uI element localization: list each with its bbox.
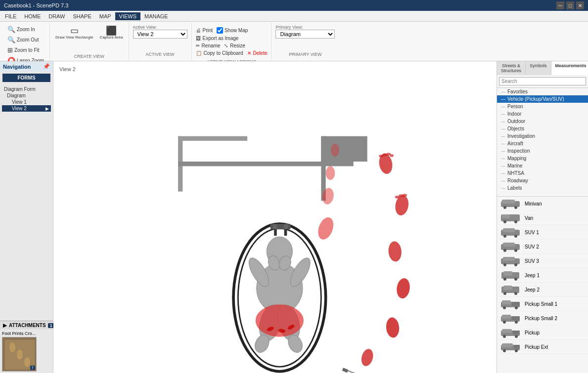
svg-point-90 <box>503 321 506 324</box>
svg-point-69 <box>514 249 517 252</box>
draw-view-rectangle-button[interactable]: ▭ Draw View Rectangle <box>53 25 95 41</box>
category-labels[interactable]: — Labels <box>497 184 588 192</box>
close-button[interactable]: ✕ <box>576 1 584 9</box>
create-view-buttons: ▭ Draw View Rectangle ⬛ Capture Area <box>53 23 125 53</box>
symbol-jeep2-label: Jeep 2 <box>525 287 540 292</box>
search-input[interactable] <box>499 77 586 85</box>
category-roadway[interactable]: — Roadway <box>497 177 588 184</box>
svg-point-81 <box>514 292 517 295</box>
capture-area-button[interactable]: ⬛ Capture Area <box>97 25 125 41</box>
svg-point-91 <box>515 321 518 324</box>
attachment-thumbnail[interactable]: 7 <box>2 337 37 372</box>
suv1-icon <box>500 227 521 238</box>
zoom-in-button[interactable]: 🔍 Zoom In <box>5 25 46 34</box>
category-objects[interactable]: — Objects <box>497 125 588 132</box>
menu-map[interactable]: MAP <box>95 12 115 20</box>
pickup-ext-icon <box>500 341 521 352</box>
category-inspection-label: Inspection <box>507 148 530 154</box>
menu-bar: FILE HOME DRAW SHAPE MAP VIEWS MANAGE <box>0 11 588 22</box>
tree-view2[interactable]: View 2 ▶ <box>2 105 51 112</box>
tree-diagram-form[interactable]: Diagram Form <box>2 86 51 92</box>
menu-views[interactable]: VIEWS <box>115 12 140 20</box>
nav-pin-icon[interactable]: 📌 <box>43 63 50 70</box>
suv2-icon <box>500 241 521 252</box>
svg-point-18 <box>284 224 288 229</box>
tab-streets-structures[interactable]: Streets & Structures <box>497 61 526 75</box>
symbol-jeep1[interactable]: Jeep 1 <box>497 268 588 283</box>
symbol-suv1[interactable]: SUV 1 <box>497 225 588 240</box>
menu-shape[interactable]: SHAPE <box>69 12 95 20</box>
category-aircraft[interactable]: — Aircraft <box>497 140 588 147</box>
attachment-item[interactable]: Foot Prints Cro... 7 <box>0 330 53 373</box>
active-view-group-label: ACTIVE VIEW <box>133 51 187 58</box>
resize-button[interactable]: ⤡ Resize <box>224 42 245 49</box>
minimize-button[interactable]: ─ <box>556 1 564 9</box>
primary-view-select[interactable]: Diagram Map <box>275 30 335 39</box>
jeep2-icon <box>500 284 521 295</box>
category-inspection[interactable]: — Inspection <box>497 147 588 155</box>
show-map-checkbox[interactable] <box>217 27 223 34</box>
tree-view2-label: View 2 <box>12 106 27 111</box>
symbol-suv2-label: SUV 2 <box>525 244 539 249</box>
menu-home[interactable]: HOME <box>20 12 45 20</box>
symbol-pickup[interactable]: Pickup <box>497 326 588 340</box>
symbol-pickup-ext[interactable]: Pickup Ext <box>497 340 588 354</box>
export-label: Export as Image <box>203 36 239 41</box>
tree-diagram[interactable]: Diagram <box>2 92 51 99</box>
symbol-minivan[interactable]: Minivan <box>497 197 588 211</box>
menu-file[interactable]: FILE <box>1 12 20 20</box>
rename-button[interactable]: ✏ Rename <box>196 42 221 49</box>
canvas-area[interactable]: View 2 <box>53 61 497 373</box>
category-outdoor[interactable]: — Outdoor <box>497 118 588 125</box>
category-marine[interactable]: — Marine <box>497 162 588 169</box>
forms-button[interactable]: FORMS <box>2 74 50 82</box>
active-view-label: Active View: <box>133 25 187 30</box>
category-vehicle[interactable]: — Vehicle (Pickup/Van/SUV) <box>497 95 588 103</box>
category-investigation[interactable]: — Investigation <box>497 132 588 140</box>
symbol-pickup-small2[interactable]: Pickup Small 2 <box>497 311 588 326</box>
print-button[interactable]: 🖨 Print <box>196 27 213 34</box>
svg-rect-83 <box>502 300 511 304</box>
category-person[interactable]: — Person <box>497 103 588 110</box>
export-image-button[interactable]: 🖼 Export as Image <box>196 35 239 41</box>
tree-view1[interactable]: View 1 <box>2 99 51 105</box>
svg-rect-67 <box>503 243 515 247</box>
category-mapping[interactable]: — Mapping <box>497 155 588 162</box>
category-favorites[interactable]: — Favorites <box>497 88 588 95</box>
zoom-out-button[interactable]: 🔍 Zoom Out <box>5 35 46 44</box>
zoom-to-fit-button[interactable]: ⊞ Zoom to Fit <box>5 45 46 55</box>
pickup-icon <box>500 327 521 338</box>
attach-expand-icon[interactable]: ▶ <box>3 323 7 328</box>
active-view-select[interactable]: View 2 View 1 <box>133 30 187 39</box>
suv3-icon <box>500 255 521 266</box>
zoom-fit-label: Zoom to Fit <box>14 47 40 53</box>
svg-point-36 <box>331 144 339 157</box>
delete-button[interactable]: ✕ Delete <box>247 50 268 56</box>
ribbon-group-create-view: ▭ Draw View Rectangle ⬛ Capture Area CRE… <box>50 23 129 60</box>
svg-point-60 <box>503 220 506 223</box>
copy-clipboard-button[interactable]: 📋 Copy to Clipboard <box>196 50 243 56</box>
svg-point-73 <box>514 263 517 266</box>
category-vehicle-label: Vehicle (Pickup/Van/SUV) <box>507 96 564 102</box>
symbol-suv3[interactable]: SUV 3 <box>497 254 588 268</box>
delete-icon: ✕ <box>247 50 251 56</box>
menu-manage[interactable]: MANAGE <box>140 12 172 20</box>
expand-icon[interactable]: ▶ <box>45 106 49 111</box>
tab-symbols[interactable]: Symbols <box>526 61 551 75</box>
canvas-view-label: View 2 <box>59 66 76 72</box>
zoom-buttons: 🔍 Zoom In 🔍 Zoom Out ⊞ Zoom to Fit ⭕ Las… <box>5 23 46 67</box>
symbol-jeep2[interactable]: Jeep 2 <box>497 283 588 297</box>
maximize-button[interactable]: □ <box>566 1 574 9</box>
tab-measurements[interactable]: Measurements <box>551 61 588 75</box>
svg-rect-93 <box>502 329 512 333</box>
show-map-toggle[interactable]: Show Map <box>217 27 248 34</box>
category-roadway-label: Roadway <box>507 178 528 183</box>
category-nhtsa[interactable]: — NHTSA <box>497 169 588 177</box>
category-indoor[interactable]: — Indoor <box>497 110 588 118</box>
symbol-suv2[interactable]: SUV 2 <box>497 240 588 254</box>
category-indoor-label: Indoor <box>507 111 521 117</box>
symbol-pickup-small1[interactable]: Pickup Small 1 <box>497 297 588 311</box>
menu-draw[interactable]: DRAW <box>45 12 69 20</box>
canvas-svg <box>53 61 497 373</box>
symbol-van[interactable]: Van <box>497 211 588 225</box>
